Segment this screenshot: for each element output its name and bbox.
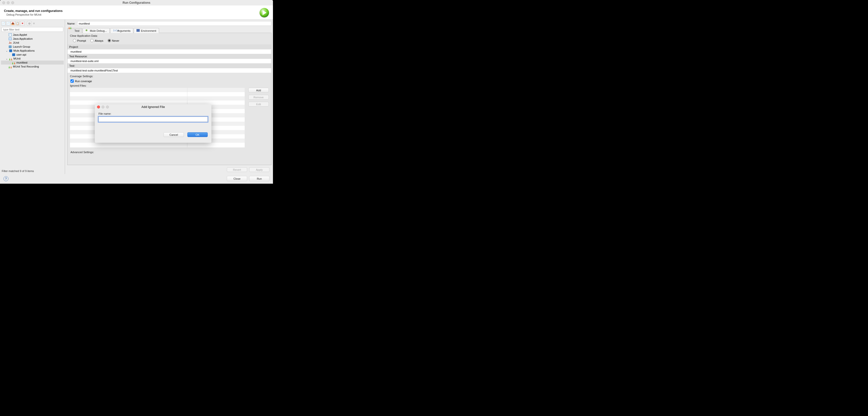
test-field[interactable]: munittest-test-suite-munittestFlow1Test — [69, 68, 270, 73]
arguments-icon: (x)= — [113, 29, 116, 32]
window-title: Run Configurations — [123, 1, 150, 4]
tab-test[interactable]: Test — [67, 28, 82, 33]
edit-ignored-file-button: Edit — [248, 102, 269, 107]
run-icon — [259, 8, 269, 18]
name-input[interactable] — [77, 21, 272, 26]
tree-item-user-api[interactable]: user-api — [1, 53, 64, 57]
tab-label: Arguments — [117, 29, 130, 32]
run-button[interactable]: Run — [249, 176, 270, 181]
chevron-down-icon[interactable]: ⌄ — [5, 57, 8, 60]
apply-button: Apply — [249, 167, 270, 172]
dialog-header: Create, manage, and run configurations D… — [0, 5, 273, 20]
new-config-icon[interactable]: 📄 — [1, 21, 6, 26]
tree-item-munittest[interactable]: munittest — [1, 61, 64, 64]
config-tree-pane: 📄 📄 📤 📋 ✕ ⊟ ▿ Java Applet Java Applicati… — [0, 20, 65, 174]
test-tab-scroll[interactable]: Clear Application Data: Prompt Always Ne… — [67, 33, 271, 165]
environment-icon — [136, 29, 140, 32]
test-resource-field[interactable]: munittest-test-suite.xml — [69, 59, 270, 63]
project-field[interactable]: munittest — [69, 50, 270, 54]
close-button[interactable]: Close — [227, 176, 247, 181]
traffic-zoom-icon[interactable] — [11, 1, 14, 4]
modal-close-icon[interactable] — [97, 106, 100, 109]
collapse-all-icon[interactable]: ⊟ — [27, 21, 32, 26]
tree-item-launch-group[interactable]: Launch Group — [1, 45, 64, 49]
tree-item-munit-test-recording[interactable]: MUnit Test Recording — [1, 64, 64, 68]
run-coverage-label: Run coverage — [75, 80, 92, 83]
advanced-settings-label: Advanced Settings: — [67, 149, 271, 154]
new-prototype-icon[interactable]: 📄 — [6, 21, 10, 26]
tree-filter-input[interactable] — [1, 27, 63, 32]
tree-item-label: JUnit — [13, 41, 19, 44]
add-ignored-file-button[interactable]: Add — [248, 88, 269, 93]
chevron-down-icon[interactable]: ⌄ — [5, 50, 8, 52]
tab-label: Environment — [141, 29, 156, 32]
tree-item-junit[interactable]: JuJUnit — [1, 41, 64, 45]
revert-button: Revert — [227, 167, 247, 172]
tree-item-munit[interactable]: ⌄MUnit — [1, 57, 64, 61]
remove-ignored-file-button: Remove — [248, 95, 269, 99]
modal-cancel-button[interactable]: Cancel — [163, 132, 184, 137]
file-name-label: File name: — [98, 112, 208, 117]
file-name-input[interactable] — [98, 117, 208, 122]
tab-environment[interactable]: Environment — [134, 28, 159, 33]
traffic-minimize-icon[interactable] — [7, 1, 10, 4]
export-icon[interactable]: 📤 — [11, 21, 15, 26]
tab-mule-debug[interactable]: Mule Debug... — [83, 28, 110, 33]
header-title: Create, manage, and run configurations — [4, 9, 63, 13]
tree-toolbar: 📄 📄 📤 📋 ✕ ⊟ ▿ — [1, 21, 64, 27]
radio-always[interactable]: Always — [90, 39, 103, 42]
bug-icon — [85, 29, 89, 32]
tab-arguments[interactable]: (x)=Arguments — [110, 28, 133, 33]
modal-title: Add Ignored File — [95, 105, 211, 109]
filter-icon[interactable]: ▿ — [32, 21, 36, 26]
duplicate-icon[interactable]: 📋 — [16, 21, 20, 26]
tree-item-label: Java Application — [13, 37, 33, 40]
run-coverage-checkbox[interactable] — [70, 80, 74, 83]
tree-item-label: user-api — [17, 53, 26, 56]
project-label: Project: — [67, 44, 271, 50]
titlebar: Run Configurations — [0, 0, 273, 5]
tree-filter-status: Filter matched 9 of 9 items — [1, 168, 64, 174]
modal-minimize-icon — [101, 106, 104, 109]
radio-prompt[interactable]: Prompt — [73, 39, 86, 42]
tree-item-label: Launch Group — [13, 45, 30, 48]
delete-icon[interactable]: ✕ — [20, 21, 25, 26]
modal-zoom-icon — [106, 106, 109, 109]
header-subtitle: Debug Perspective for MUnit — [4, 13, 63, 16]
tab-bar: Test Mule Debug... (x)=Arguments Environ… — [67, 27, 272, 33]
help-icon[interactable]: ? — [3, 176, 8, 181]
test-resource-label: Test Resource: — [67, 54, 271, 59]
name-label: Name: — [67, 22, 75, 25]
modal-ok-button[interactable]: OK — [187, 132, 208, 137]
tree-item-label: munittest — [17, 61, 28, 64]
coverage-settings-label: Coverage Settings: — [67, 73, 271, 79]
traffic-close-icon[interactable] — [2, 1, 5, 4]
tree-item-java-applet[interactable]: Java Applet — [1, 33, 64, 37]
tree-item-label: Mule Applications — [13, 49, 35, 52]
tree-item-java-application[interactable]: Java Application — [1, 37, 64, 41]
run-configurations-window: Run Configurations Create, manage, and r… — [0, 0, 273, 184]
clear-app-data-label: Clear Application Data: — [67, 33, 271, 38]
config-tree[interactable]: Java Applet Java Application JuJUnit Lau… — [1, 32, 64, 168]
ignored-files-label: Ignored Files: — [67, 84, 271, 88]
tab-label: Mule Debug... — [90, 29, 107, 32]
tree-item-label: MUnit — [13, 57, 21, 60]
config-editor-pane: Name: Test Mule Debug... (x)=Arguments E… — [65, 20, 273, 174]
add-ignored-file-dialog: Add Ignored File File name: Cancel OK — [95, 104, 211, 143]
radio-never[interactable]: Never — [108, 39, 119, 42]
tree-item-label: MUnit Test Recording — [13, 65, 39, 68]
tree-item-mule-applications[interactable]: ⌄Mule Applications — [1, 49, 64, 53]
tree-item-label: Java Applet — [13, 33, 27, 36]
test-label: Test: — [67, 63, 271, 68]
tab-label: Test — [74, 29, 80, 32]
